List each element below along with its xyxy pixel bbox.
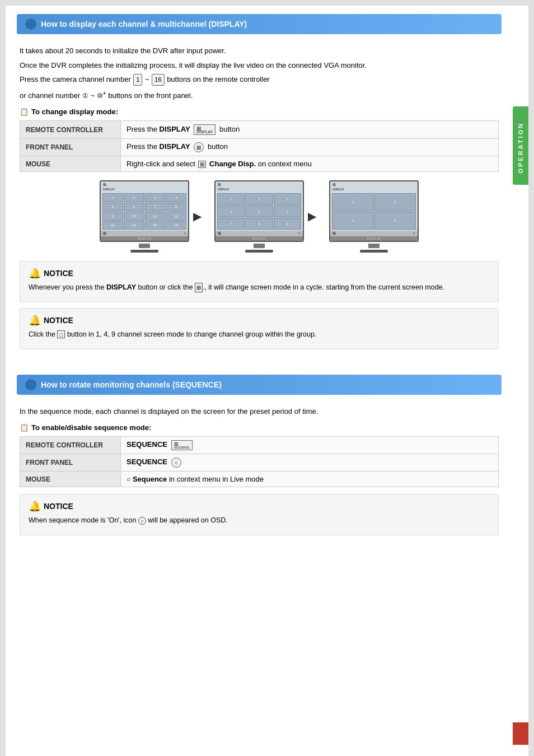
seq-icon-remote: ⊞SEQUENCE <box>171 440 193 450</box>
grid-icon-notice1: ⊞ <box>195 283 203 292</box>
section2-circle <box>25 379 36 390</box>
row-value: SEQUENCE ○ <box>121 454 499 472</box>
notice1-title: 🔔 NOTICE <box>29 267 490 279</box>
intro3: Press the camera channel number 1 ~ 16 b… <box>20 74 499 86</box>
notice2-icon: 🔔 <box>29 314 41 326</box>
notice2-title: 🔔 NOTICE <box>29 314 490 326</box>
arrow-right-1: ▶ <box>193 209 202 223</box>
notice3-icon: 🔔 <box>29 500 41 512</box>
circle-1-icon: ① <box>82 92 88 100</box>
notice1-text: Whenever you press the DISPLAY button or… <box>29 282 490 293</box>
monitor-9ch: ⊞DISPLAY 1 2 3 4 5 6 7 8 9 <box>214 180 304 253</box>
table-row: MOUSE ○ Sequence in context menu in Live… <box>20 472 499 487</box>
key-16: 16 <box>152 74 164 86</box>
intro4: or channel number ① ~ ⑩+ buttons on the … <box>20 89 499 101</box>
section1-content: It takes about 20 seconds to initialize … <box>17 43 502 363</box>
sub-heading-1: 📋 To change display mode: <box>20 108 499 116</box>
notice3-box: 🔔 NOTICE When sequence mode is 'On', ico… <box>20 494 499 535</box>
row-label: FRONT PANEL <box>20 139 121 156</box>
table-row: FRONT PANEL SEQUENCE ○ <box>20 454 499 472</box>
row-value: Right-click and select ⊞ Change Disp. on… <box>121 156 499 172</box>
monitor-16ch: ⊞DISPLAY 1 2 3 4 5 6 7 8 9 <box>100 180 189 253</box>
circle-icon-notice3: ○ <box>138 517 146 525</box>
intro2: Once the DVR completes the initializing … <box>20 60 499 71</box>
row-label: FRONT PANEL <box>20 454 121 472</box>
arrow-right-2: ▶ <box>308 209 316 223</box>
row-label: REMOTE CONTROLLER <box>20 437 121 454</box>
sub-heading-2: 📋 To enable/disable sequence mode: <box>20 423 499 432</box>
section1-header: How to display each channel & multichann… <box>17 14 502 34</box>
operation-label: OPERATION <box>517 122 524 174</box>
section1-circle <box>25 18 36 30</box>
book-icon-2: 📋 <box>20 423 29 432</box>
display-icon-remote: ⊞DISPLAY <box>194 124 216 135</box>
row-value: SEQUENCE ⊞SEQUENCE <box>121 437 499 454</box>
table-row: FRONT PANEL Press the DISPLAY ⊞ button <box>20 139 499 156</box>
row-label: MOUSE <box>20 156 121 172</box>
row-label: MOUSE <box>20 472 121 487</box>
row-value: ○ Sequence in context menu in Live mode <box>121 472 499 487</box>
book-icon: 📋 <box>20 108 29 116</box>
row-label: REMOTE CONTROLLER <box>20 121 121 139</box>
display-icon-front: ⊞ <box>194 142 204 152</box>
notice1-icon: 🔔 <box>29 267 41 279</box>
square-icon-notice2: □ <box>57 330 65 338</box>
grid-icon-mouse: ⊞ <box>198 161 206 168</box>
table-row: REMOTE CONTROLLER Press the DISPLAY ⊞DIS… <box>20 121 499 139</box>
monitor-illustrations: ⊞DISPLAY 1 2 3 4 5 6 7 8 9 <box>20 180 499 253</box>
notice1-box: 🔔 NOTICE Whenever you press the DISPLAY … <box>20 261 499 302</box>
sequence-mode-table: REMOTE CONTROLLER SEQUENCE ⊞SEQUENCE FRO… <box>20 436 499 487</box>
notice3-text: When sequence mode is 'On', icon ○ will … <box>29 515 490 526</box>
section2-content: In the sequence mode, each channel is di… <box>17 403 502 549</box>
intro1: It takes about 20 seconds to initialize … <box>20 45 499 57</box>
display-mode-table: REMOTE CONTROLLER Press the DISPLAY ⊞DIS… <box>20 120 499 172</box>
seq-icon-front: ○ <box>171 458 181 468</box>
circle-seq-icon: ○ <box>127 475 130 483</box>
section2-intro: In the sequence mode, each channel is di… <box>20 406 499 417</box>
notice2-box: 🔔 NOTICE Click the □ button in 1, 4, 9 c… <box>20 308 499 349</box>
monitor-4ch: ⊞DISPLAY 1 2 3 4 ⊞ ○ <box>329 180 419 253</box>
circle-10-icon: ⑩+ <box>97 92 106 100</box>
bottom-tab <box>513 722 528 745</box>
key-1: 1 <box>133 74 142 86</box>
row-value: Press the DISPLAY ⊞ button <box>121 139 499 156</box>
table-row: REMOTE CONTROLLER SEQUENCE ⊞SEQUENCE <box>20 437 499 454</box>
section2-header: How to rotate monitoring channels (SEQUE… <box>17 375 502 395</box>
notice3-title: 🔔 NOTICE <box>29 500 490 512</box>
row-value: Press the DISPLAY ⊞DISPLAY button <box>121 121 499 139</box>
table-row: MOUSE Right-click and select ⊞ Change Di… <box>20 156 499 172</box>
notice2-text: Click the □ button in 1, 4, 9 channel sc… <box>29 329 490 340</box>
